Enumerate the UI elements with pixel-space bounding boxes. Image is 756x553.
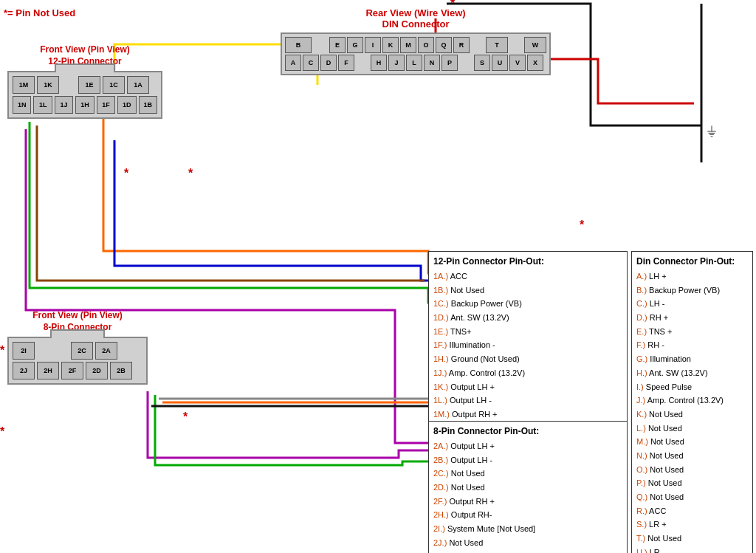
din-pin-W: W: [524, 37, 546, 53]
pinout-din-P: P.) Not Used: [636, 476, 748, 490]
svg-text:*: *: [0, 344, 5, 357]
pinout-8-2F: 2F.) Output RH +: [433, 495, 622, 509]
pin-2F: 2F: [61, 362, 83, 379]
pin-row-bottom-8: 2J 2H 2F 2D 2B: [13, 362, 142, 379]
pin-1K: 1K: [37, 76, 59, 94]
pinout-12-1L: 1L.) Output LH -: [433, 394, 622, 408]
pinout-8-2H: 2H.) Output RH-: [433, 508, 622, 522]
pin-row-top-8: 2I 2C 2A: [13, 342, 142, 360]
pinout-din-E: E.) TNS +: [636, 325, 748, 339]
svg-text:*: *: [188, 167, 193, 179]
pinout-din-D: D.) RH +: [636, 311, 748, 325]
pin-row-top-12: 1M 1K 1E 1C 1A: [13, 76, 157, 94]
pin-2I: 2I: [13, 342, 35, 360]
din-pin-I: I: [365, 37, 381, 53]
pinout-8-2A: 2A.) Output LH +: [433, 439, 622, 453]
din-pin-T: T: [486, 37, 508, 53]
pin-1H: 1H: [75, 96, 94, 114]
pinout-8pin-title: 8-Pin Connector Pin-Out:: [433, 426, 622, 436]
din-pin-O: O: [418, 37, 434, 53]
legend-text: Pin Not Used: [16, 7, 75, 18]
svg-text:*: *: [0, 425, 5, 438]
pin-1N: 1N: [13, 96, 31, 114]
pinout-din-G: G.) Illumination: [636, 352, 748, 366]
pinout-8pin-box: 8-Pin Connector Pin-Out: 2A.) Output LH …: [428, 421, 628, 553]
pin-1L: 1L: [33, 96, 52, 114]
pinout-din-K: K.) Not Used: [636, 408, 748, 422]
pinout-12-1H: 1H.) Ground (Not Used): [433, 352, 622, 366]
din-connector-section: Rear View (Wire View) DIN Connector B E …: [281, 7, 551, 75]
pin-1D: 1D: [117, 96, 136, 114]
pinout-12pin-title: 12-Pin Connector Pin-Out:: [433, 256, 622, 267]
pinout-12-1K: 1K.) Output LH +: [433, 380, 622, 394]
pinout-12-1D: 1D.) Ant. SW (13.2V): [433, 311, 622, 325]
ground-symbol: ⏚: [707, 122, 716, 139]
din-pin-C: C: [303, 55, 319, 71]
pinout-din-H: H.) Ant. SW (13.2V): [636, 366, 748, 380]
pinout-din-title: Din Connector Pin-Out:: [636, 256, 748, 267]
din-pin-H: H: [371, 55, 387, 71]
pinout-8-2D: 2D.) Not Used: [433, 481, 622, 495]
din-pin-P: P: [441, 55, 458, 71]
pinout-8-2J: 2J.) Not Used: [433, 536, 622, 550]
pinout-din-I: I.) Speed Pulse: [636, 380, 748, 394]
pin-1J: 1J: [55, 96, 73, 114]
pinout-12-1E: 1E.) TNS+: [433, 325, 622, 339]
pinout-12pin-box: 12-Pin Connector Pin-Out: 1A.) ACC 1B.) …: [428, 251, 628, 440]
din-pin-N: N: [424, 55, 440, 71]
din-pin-A: A: [285, 55, 301, 71]
pinout-8-2I: 2I.) System Mute [Not Used]: [433, 522, 622, 536]
front-view-8pin-section: Front View (Pin View) 8-Pin Connector 2I…: [7, 310, 148, 385]
din-pin-L: L: [406, 55, 422, 71]
connector-12pin-box: 1M 1K 1E 1C 1A 1N 1L 1J 1H 1F 1D 1B: [7, 71, 162, 119]
din-pin-K: K: [382, 37, 399, 53]
pin-1E: 1E: [78, 76, 100, 94]
din-pin-E: E: [329, 37, 346, 53]
pinout-12-1A: 1A.) ACC: [433, 269, 622, 284]
svg-text:*: *: [580, 219, 585, 231]
pin-2D: 2D: [86, 362, 108, 379]
din-pin-D: D: [320, 55, 337, 71]
din-connector-label: Rear View (Wire View) DIN Connector: [281, 7, 551, 30]
din-pin-V: V: [509, 55, 526, 71]
svg-text:*: *: [124, 167, 129, 179]
pinout-din-M: M.) Not Used: [636, 435, 748, 449]
pinout-12-1J: 1J.) Amp. Control (13.2V): [433, 366, 622, 380]
pinout-12-1C: 1C.) Backup Power (VB): [433, 297, 622, 311]
din-pin-R: R: [453, 37, 470, 53]
pinout-din-box: Din Connector Pin-Out: A.) LH + B.) Back…: [631, 251, 753, 553]
pinout-din-O: O.) Not Used: [636, 463, 748, 477]
pinout-12-1B: 1B.) Not Used: [433, 284, 622, 298]
pin-1F: 1F: [97, 96, 115, 114]
pin-2H: 2H: [37, 362, 59, 379]
pinout-din-N: N.) Not Used: [636, 449, 748, 463]
pin-2J: 2J: [13, 362, 35, 379]
pinout-din-F: F.) RH -: [636, 338, 748, 352]
pinout-12-1F: 1F.) Illumination -: [433, 338, 622, 352]
din-row-bottom: A C D F H J L N P S U V X: [285, 55, 546, 71]
pinout-din-L: L.) Not Used: [636, 422, 748, 436]
pin-2A: 2A: [95, 342, 117, 360]
din-pin-M: M: [400, 37, 416, 53]
pinout-din-S: S.) LR +: [636, 518, 748, 532]
din-pin-S: S: [474, 55, 490, 71]
pinout-8-2B: 2B.) Output LH -: [433, 453, 622, 467]
pinout-din-C: C.) LH -: [636, 297, 748, 311]
din-pin-X: X: [527, 55, 543, 71]
din-pin-J: J: [388, 55, 405, 71]
pin-2B: 2B: [110, 362, 132, 379]
legend: *= Pin Not Used: [4, 7, 75, 18]
pinout-din-R: R.) ACC: [636, 504, 748, 518]
pin-2C: 2C: [71, 342, 93, 360]
din-pin-U: U: [492, 55, 508, 71]
pinout-8pin-list: 2A.) Output LH + 2B.) Output LH - 2C.) N…: [433, 439, 622, 550]
pin-1A: 1A: [127, 76, 149, 94]
pin-1C: 1C: [103, 76, 125, 94]
pinout-din-Q: Q.) Not Used: [636, 490, 748, 504]
connector-8pin-box: 2I 2C 2A 2J 2H 2F 2D 2B: [7, 337, 148, 385]
pin-1B: 1B: [139, 96, 157, 114]
pinout-din-B: B.) Backup Power (VB): [636, 284, 748, 298]
pinout-din-U: U.) LR -: [636, 546, 748, 553]
pinout-din-list: A.) LH + B.) Backup Power (VB) C.) LH - …: [636, 269, 748, 553]
din-pin-F: F: [338, 55, 354, 71]
